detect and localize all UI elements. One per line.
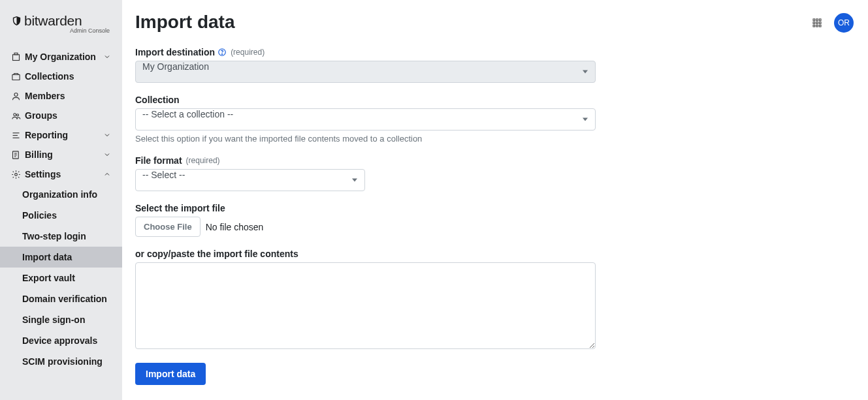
avatar[interactable]: OR (834, 13, 854, 33)
required-text: (required) (186, 156, 220, 165)
collection-select[interactable]: -- Select a collection -- (135, 108, 596, 131)
required-text: (required) (231, 48, 265, 57)
collection-helper: Select this option if you want the impor… (135, 134, 855, 144)
file-format-select[interactable]: -- Select -- (135, 169, 365, 191)
svg-point-7 (16, 114, 18, 115)
field-import-file: Select the import file Choose File No fi… (135, 203, 855, 237)
destination-select[interactable]: My Organization (135, 61, 596, 83)
apps-grid-icon[interactable] (812, 18, 822, 28)
brand-logo[interactable]: bitwarden Admin Console (0, 10, 122, 47)
sub-item-scim-provisioning[interactable]: SCIM provisioning (0, 351, 122, 372)
field-file-format: File format (required) -- Select -- (135, 155, 855, 191)
reporting-icon (11, 131, 21, 140)
avatar-initials: OR (838, 18, 850, 27)
groups-icon (11, 111, 21, 121)
sidebar-item-collections[interactable]: Collections (0, 67, 122, 86)
sidebar-item-label: Members (25, 91, 65, 101)
main-content: OR Import data Import destination (requi… (122, 0, 868, 400)
sub-item-device-approvals[interactable]: Device approvals (0, 330, 122, 351)
svg-rect-24 (819, 25, 821, 27)
members-icon (11, 91, 21, 101)
file-status: No file chosen (206, 222, 264, 232)
help-icon[interactable] (217, 48, 227, 57)
sub-item-two-step-login[interactable]: Two-step login (0, 226, 122, 247)
import-file-label: Select the import file (135, 203, 225, 213)
svg-point-6 (14, 113, 16, 115)
choose-file-button[interactable]: Choose File (135, 217, 201, 237)
chevron-up-icon (103, 170, 111, 178)
sidebar-item-members[interactable]: Members (0, 86, 122, 106)
sidebar: bitwarden Admin Console My Organization (0, 0, 122, 400)
svg-point-26 (222, 54, 223, 54)
import-data-button[interactable]: Import data (135, 363, 206, 385)
collection-label: Collection (135, 95, 180, 105)
sidebar-item-my-organization[interactable]: My Organization (0, 47, 122, 67)
shield-icon (11, 14, 22, 27)
svg-rect-19 (813, 22, 815, 24)
organization-icon (11, 52, 21, 62)
svg-point-5 (14, 93, 18, 96)
field-import-destination: Import destination (required) My Organiz… (135, 47, 855, 83)
sidebar-item-groups[interactable]: Groups (0, 106, 122, 125)
paste-textarea[interactable] (135, 262, 596, 349)
sub-item-organization-info[interactable]: Organization info (0, 184, 122, 205)
field-paste-contents: or copy/paste the import file contents (135, 249, 855, 351)
svg-rect-4 (12, 74, 20, 80)
brand-name: bitwarden (24, 13, 82, 29)
file-format-label: File format (135, 155, 182, 166)
paste-label: or copy/paste the import file contents (135, 249, 298, 259)
collections-icon (11, 72, 21, 82)
svg-rect-23 (816, 25, 818, 27)
svg-rect-18 (819, 19, 821, 21)
svg-rect-22 (813, 25, 815, 27)
svg-rect-0 (13, 54, 20, 60)
sub-item-policies[interactable]: Policies (0, 205, 122, 226)
destination-label: Import destination (135, 47, 215, 57)
svg-rect-1 (14, 53, 18, 55)
gear-icon (11, 170, 21, 179)
sidebar-item-billing[interactable]: Billing (0, 145, 122, 164)
sidebar-item-label: Reporting (25, 130, 68, 140)
chevron-down-icon (103, 53, 111, 61)
header-actions: OR (812, 13, 854, 33)
svg-rect-17 (816, 19, 818, 21)
svg-rect-20 (816, 22, 818, 24)
svg-rect-16 (813, 19, 815, 21)
sidebar-item-label: Collections (25, 71, 74, 82)
svg-point-15 (15, 173, 18, 176)
sub-item-domain-verification[interactable]: Domain verification (0, 288, 122, 309)
settings-subnav: Organization info Policies Two-step logi… (0, 184, 122, 372)
sub-item-single-sign-on[interactable]: Single sign-on (0, 309, 122, 330)
chevron-down-icon (103, 151, 111, 159)
sidebar-item-label: My Organization (25, 52, 96, 62)
sidebar-item-reporting[interactable]: Reporting (0, 125, 122, 145)
sidebar-item-label: Groups (25, 110, 57, 121)
billing-icon (11, 150, 21, 160)
page-title: Import data (135, 12, 855, 33)
field-collection: Collection -- Select a collection -- Sel… (135, 95, 855, 144)
sub-item-export-vault[interactable]: Export vault (0, 268, 122, 288)
sidebar-item-settings[interactable]: Settings (0, 164, 122, 184)
chevron-down-icon (103, 131, 111, 139)
svg-rect-21 (819, 22, 821, 24)
sidebar-item-label: Settings (25, 169, 61, 179)
sub-item-import-data[interactable]: Import data (0, 247, 122, 268)
sidebar-item-label: Billing (25, 149, 53, 160)
